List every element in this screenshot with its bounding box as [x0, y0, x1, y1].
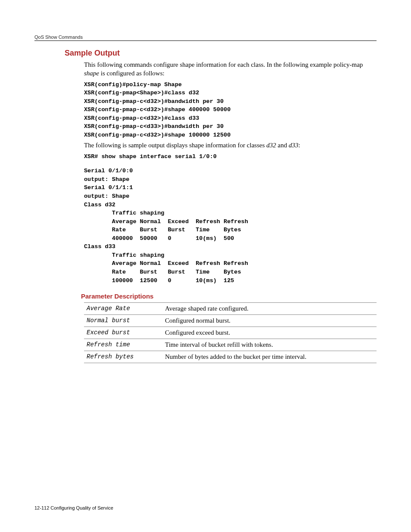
table-row: Refresh bytes Number of bytes added to t… — [84, 351, 377, 363]
heading-parameter-descriptions: Parameter Descriptions — [81, 292, 377, 300]
table-row: Exceed burst Configured exceed burst. — [84, 327, 377, 339]
mid-paragraph: The following is sample output displays … — [84, 141, 377, 149]
spacer — [84, 161, 377, 167]
param-name: Refresh bytes — [84, 351, 162, 363]
mid-text-a: The following is sample output displays … — [84, 142, 266, 149]
intro-text-b: is configured as follows: — [99, 70, 165, 77]
page: QoS Show Commands Sample Output This fol… — [0, 0, 411, 532]
param-desc: Configured exceed burst. — [162, 327, 377, 339]
mid-text-d33: d33 — [289, 142, 299, 149]
param-desc: Time interval of bucket refill with toke… — [162, 339, 377, 351]
table-row: Refresh time Time interval of bucket ref… — [84, 339, 377, 351]
intro-text-ital: shape — [84, 70, 99, 77]
param-desc: Average shaped rate configured. — [162, 303, 377, 315]
body: This following commands configure shape … — [84, 60, 377, 285]
mid-text-and: and — [276, 142, 289, 149]
param-name: Normal burst — [84, 315, 162, 327]
table-row: Normal burst Configured normal burst. — [84, 315, 377, 327]
running-head: QoS Show Commands — [34, 34, 377, 41]
mid-text-d32: d32 — [266, 142, 276, 149]
page-footer: 12-112 Configuring Quality of Service — [34, 505, 113, 510]
heading-sample-output: Sample Output — [65, 49, 377, 58]
param-name: Exceed burst — [84, 327, 162, 339]
show-command: XSR# show shape interface serial 1/0:0 — [84, 152, 377, 161]
param-desc: Number of bytes added to the bucket per … — [162, 351, 377, 363]
config-commands: XSR(config)#policy-map Shape XSR(config-… — [84, 81, 377, 140]
show-output: Serial 0/1/0:0 output: Shape Serial 0/1/… — [84, 167, 377, 285]
param-table-wrap: Average Rate Average shaped rate configu… — [84, 302, 377, 363]
mid-text-b: : — [298, 142, 300, 149]
param-desc: Configured normal burst. — [162, 315, 377, 327]
table-row: Average Rate Average shaped rate configu… — [84, 303, 377, 315]
intro-text-a: This following commands configure shape … — [84, 61, 363, 68]
parameter-table: Average Rate Average shaped rate configu… — [84, 302, 377, 363]
param-name: Average Rate — [84, 303, 162, 315]
intro-paragraph: This following commands configure shape … — [84, 60, 377, 78]
param-name: Refresh time — [84, 339, 162, 351]
